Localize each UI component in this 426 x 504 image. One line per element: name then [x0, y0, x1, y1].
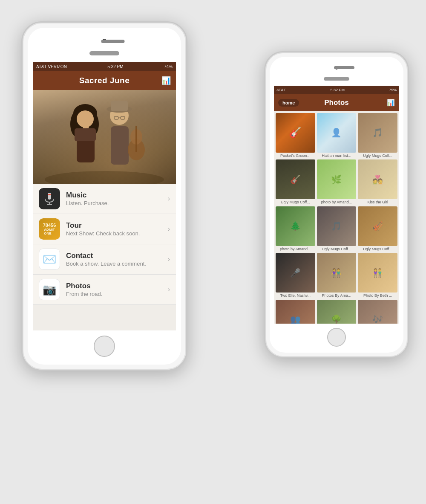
photos-sublabel: From the road.: [66, 291, 168, 297]
list-item[interactable]: 🎵 Ugly Mugs Coff...: [317, 206, 357, 251]
camera-icon: 📷: [39, 279, 60, 300]
status-bar: AT&T VERIZON 5:32 PM 74%: [33, 62, 176, 71]
phone2-screen: AT&T 5:32 PM 75% home Photos 📊 🎸: [274, 86, 399, 324]
people-icon: 👫: [317, 253, 357, 293]
photo-thumb: 👫: [317, 253, 357, 293]
photos-label: Photos: [66, 282, 168, 290]
page-title: Sacred June: [79, 76, 130, 85]
carrier-signal: AT&T: [276, 88, 286, 92]
home-button[interactable]: [94, 336, 115, 357]
phone1-bezel: AT&T VERIZON 5:32 PM 74% Sacred June 📊: [28, 28, 181, 365]
list-item[interactable]: 👥: [276, 300, 315, 324]
photo-thumb: 🎵: [317, 206, 357, 246]
photo-label: photo by Amand...: [276, 247, 315, 252]
svg-rect-17: [135, 126, 137, 152]
photo-thumb: 🎸: [276, 113, 315, 153]
svg-rect-10: [111, 101, 128, 111]
speaker: [101, 40, 125, 43]
clock: 5:32 PM: [330, 88, 345, 92]
photo-label: Ugly Mugs Coff...: [358, 247, 397, 252]
chevron-right-icon: ›: [168, 225, 170, 233]
photos-grid: 🎸 Pucket's Grocer... 👤 Haitian man list.…: [274, 111, 399, 324]
tree-icon: 🌲: [276, 206, 315, 246]
hero-image: [33, 90, 176, 184]
stage-icon: 🎤: [276, 253, 315, 293]
guitar-icon: 🎸: [276, 113, 315, 153]
heart-icon: 💑: [358, 159, 397, 199]
volume-down-button[interactable]: [21, 129, 23, 153]
photo-label: Photo By Beth ...: [358, 293, 397, 298]
nav-header: Sacred June 📊: [33, 71, 176, 90]
scene: AT&T VERIZON 5:32 PM 74% Sacred June 📊: [0, 0, 426, 504]
earpiece: [324, 77, 349, 81]
photo-label: Ugly Mugs Coff...: [276, 200, 315, 205]
list-item[interactable]: 👫 Photos By Ama...: [317, 253, 357, 298]
person-icon: 👤: [317, 113, 357, 153]
photo-thumb: 👤: [317, 113, 357, 153]
couple-image: [45, 94, 164, 184]
phone1-screen: AT&T VERIZON 5:32 PM 74% Sacred June 📊: [33, 62, 176, 330]
list-item[interactable]: 🌳: [317, 300, 357, 324]
list-item[interactable]: 👤 Haitian man list...: [317, 113, 357, 158]
music-icon: [39, 188, 60, 209]
list-item[interactable]: 👫 Photo By Beth ...: [358, 253, 397, 298]
list-item[interactable]: 🎻 Ugly Mugs Coff...: [358, 206, 397, 251]
contact-sublabel: Book a show. Leave a comment.: [66, 261, 168, 267]
list-item[interactable]: 💑 Kiss the Girl: [358, 159, 397, 204]
menu-text-music: Music Listen. Purchase.: [66, 191, 168, 206]
phone1: AT&T VERIZON 5:32 PM 74% Sacred June 📊: [21, 21, 187, 371]
contact-label: Contact: [66, 252, 168, 260]
music-icon-wrap: [39, 188, 60, 209]
carrier-signal: AT&T VERIZON: [36, 64, 67, 69]
music-icon: 🎵: [358, 113, 397, 153]
home-button[interactable]: [327, 328, 346, 347]
clock: 5:32 PM: [107, 64, 123, 69]
list-item[interactable]: 🎶: [358, 300, 397, 324]
photo-thumb: 🎶: [358, 300, 397, 324]
svg-rect-18: [48, 193, 51, 200]
power-button[interactable]: [408, 127, 409, 153]
photo-thumb: 👫: [358, 253, 397, 293]
battery: 75%: [389, 88, 397, 92]
svg-rect-19: [48, 194, 51, 195]
tour-sublabel: Next Show: Check back soon.: [66, 230, 168, 237]
menu-item-music[interactable]: Music Listen. Purchase. ›: [33, 184, 176, 214]
mail-icon: ✉️: [39, 249, 60, 270]
page-title: Photos: [324, 98, 349, 107]
menu-item-contact[interactable]: ✉️ Contact Book a show. Leave a comment.…: [33, 244, 176, 275]
menu-list: Music Listen. Purchase. › 78456 ADMITONE: [33, 184, 176, 305]
svg-rect-14: [111, 126, 129, 165]
menu-item-tour[interactable]: 78456 ADMITONE Tour Next Show: Check bac…: [33, 214, 176, 244]
photo-label: photo by Amand...: [317, 200, 357, 205]
photo-thumb: 🌲: [276, 206, 315, 246]
power-button[interactable]: [186, 108, 187, 138]
photo-thumb: 🎵: [358, 113, 397, 153]
list-item[interactable]: 🌿 photo by Amand...: [317, 159, 357, 204]
list-item[interactable]: 🎵 Ugly Mugs Coff...: [358, 113, 397, 158]
list-item[interactable]: 🌲 photo by Amand...: [276, 206, 315, 251]
svg-point-0: [45, 171, 164, 184]
list-item[interactable]: 🎤 Two Elle, Nashv...: [276, 253, 315, 298]
back-button[interactable]: home: [278, 99, 299, 107]
music-label: Music: [66, 191, 168, 200]
microphone-icon: [43, 192, 56, 206]
chevron-right-icon: ›: [168, 286, 170, 293]
chevron-right-icon: ›: [168, 195, 170, 203]
outdoor-icon: 🌳: [317, 300, 357, 324]
music-icon: 🎸: [276, 159, 315, 199]
chart-icon[interactable]: 📊: [387, 99, 395, 107]
volume-up-button[interactable]: [21, 101, 23, 125]
photo-label: Kiss the Girl: [358, 200, 397, 205]
ticket-number: 78456: [43, 223, 56, 228]
list-item[interactable]: 🎸 Pucket's Grocer...: [276, 113, 315, 158]
chart-icon[interactable]: 📊: [161, 76, 171, 85]
photo-thumb: 🌿: [317, 159, 357, 199]
music-icon: 🎵: [317, 206, 357, 246]
list-item[interactable]: 🎸 Ugly Mugs Coff...: [276, 159, 315, 204]
speaker: [334, 66, 354, 69]
menu-item-photos[interactable]: 📷 Photos From the road. ›: [33, 275, 176, 305]
status-bar: AT&T 5:32 PM 75%: [274, 86, 399, 94]
tour-icon-wrap: 78456 ADMITONE: [39, 218, 60, 240]
photo-label: Haitian man list...: [317, 154, 357, 158]
battery: 74%: [164, 64, 173, 69]
